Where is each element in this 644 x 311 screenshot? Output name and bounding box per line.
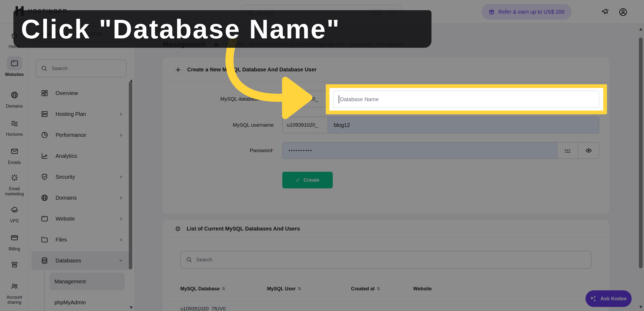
guide-caption-text: Click "Database Name" [21,14,340,45]
database-name-input[interactable]: Database Name [334,91,599,108]
guide-caption: Click "Database Name" [13,10,431,48]
database-name-placeholder: Database Name [340,96,379,103]
db-name-highlight-frame: Database Name [326,84,607,114]
hostinger-hpanel-screenshot: { "topbar": { "brand": "HOSTINGER", "sea… [0,0,644,311]
text-cursor [339,95,339,103]
